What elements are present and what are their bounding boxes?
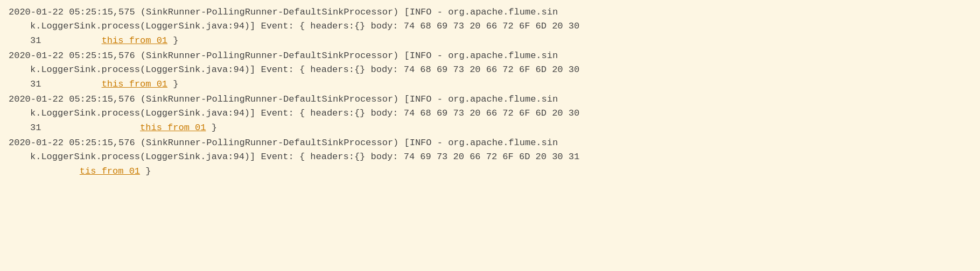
log-line-1-1: 2020-01-22 05:25:15,575 (SinkRunner-Poll…: [9, 5, 971, 19]
log-line-1-4: 2020-01-22 05:25:15,576 (SinkRunner-Poll…: [9, 136, 971, 150]
log-line-3-1: 31 this from 01 }: [9, 34, 971, 48]
log-line-2-3: k.LoggerSink.process(LoggerSink.java:94)…: [9, 106, 971, 120]
highlighted-text-1: this from 01: [102, 35, 167, 46]
log-line-2-4: k.LoggerSink.process(LoggerSink.java:94)…: [9, 150, 971, 164]
log-line-1-2: 2020-01-22 05:25:15,576 (SinkRunner-Poll…: [9, 49, 971, 63]
log-block-4: 2020-01-22 05:25:15,576 (SinkRunner-Poll…: [9, 136, 971, 179]
highlighted-text-2: this from 01: [102, 79, 167, 89]
log-line-2-2: k.LoggerSink.process(LoggerSink.java:94)…: [9, 63, 971, 77]
log-block-1: 2020-01-22 05:25:15,575 (SinkRunner-Poll…: [9, 5, 971, 48]
log-block-2: 2020-01-22 05:25:15,576 (SinkRunner-Poll…: [9, 49, 971, 91]
log-container: 2020-01-22 05:25:15,575 (SinkRunner-Poll…: [9, 5, 971, 179]
highlighted-text-3: this from 01: [140, 123, 206, 133]
log-line-1-3: 2020-01-22 05:25:15,576 (SinkRunner-Poll…: [9, 92, 971, 106]
log-line-3-3: 31 this from 01 }: [9, 121, 971, 135]
highlighted-text-4: tis from 01: [80, 166, 140, 176]
log-line-3-2: 31 this from 01 }: [9, 77, 971, 91]
log-block-3: 2020-01-22 05:25:15,576 (SinkRunner-Poll…: [9, 92, 971, 135]
log-line-3-4: tis from 01 }: [9, 165, 971, 179]
log-line-2-1: k.LoggerSink.process(LoggerSink.java:94)…: [9, 19, 971, 33]
